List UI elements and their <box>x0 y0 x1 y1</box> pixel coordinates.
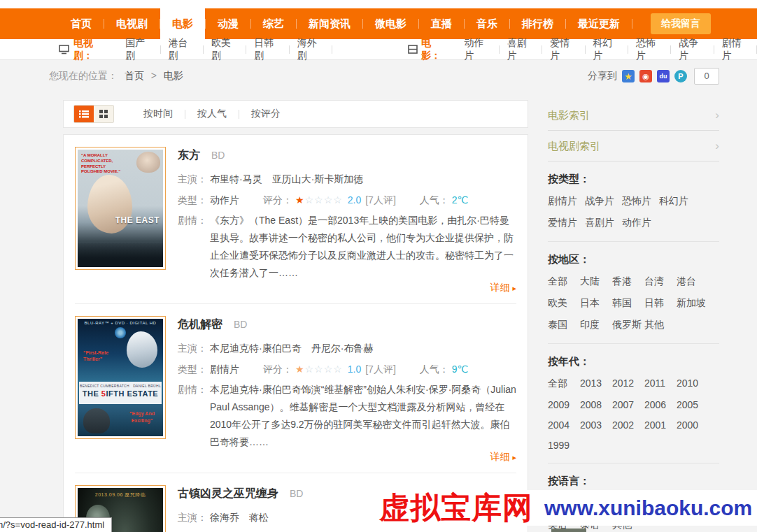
poster-tagline: “First-Rate Thriller” <box>83 350 120 363</box>
sidebar-filter-link[interactable]: 俄罗斯 <box>612 319 644 331</box>
detail-link[interactable]: 详细 ▸ <box>490 282 516 294</box>
sidebar-filter-link[interactable]: 日本 <box>580 297 612 310</box>
breadcrumb-separator: > <box>151 70 157 81</box>
arrow-right-icon: ▸ <box>512 453 516 461</box>
sort-toolbar: 按时间 按人气 按评分 <box>63 100 528 128</box>
cast-value: 布里特·马灵 亚历山大·斯卡斯加德 <box>210 168 363 189</box>
sidebar-filter-link[interactable]: 2004 <box>548 419 580 431</box>
nav-item-anime[interactable]: 动漫 <box>206 8 250 39</box>
sidebar-filter-link[interactable]: 2001 <box>644 419 677 431</box>
plot-label: 剧情： <box>178 381 207 451</box>
sort-by-rating[interactable]: 按评分 <box>251 108 281 120</box>
sidebar-filter-link[interactable]: 2000 <box>677 419 709 431</box>
breadcrumb-prefix: 您现在的位置： <box>49 70 118 81</box>
popularity-value: 9℃ <box>452 359 469 380</box>
movie-info: 危机解密 BD 主演： 本尼迪克特·康伯巴奇 丹尼尔·布鲁赫 类型： 剧情片 <box>178 316 516 463</box>
list-view-icon[interactable] <box>74 106 94 122</box>
subnav-movie-romance[interactable]: 爱情片 <box>550 37 576 62</box>
movie-title-link[interactable]: 古镇凶灵之巫咒缠身 <box>178 487 278 499</box>
sidebar-filter-link[interactable]: 剧情片 <box>548 195 577 208</box>
sina-weibo-icon[interactable]: ◉ <box>639 70 652 82</box>
sidebar-filter-link[interactable]: 全部 <box>548 378 580 390</box>
movie-poster[interactable]: BLU-RAY™ + DVD · DIGITAL HD “First-Rate … <box>75 316 166 439</box>
subnav-movie-scifi[interactable]: 科幻片 <box>593 37 620 62</box>
subnav-tv-jp-kr[interactable]: 日韩剧 <box>254 37 281 62</box>
detail-link[interactable]: 详细 ▸ <box>490 451 516 463</box>
sidebar-filter-link[interactable]: 大陆 <box>580 275 612 288</box>
sidebar-item-movie-index[interactable]: 电影索引 › <box>548 100 719 131</box>
sidebar-filter-link[interactable]: 动作片 <box>622 217 651 229</box>
sort-by-time[interactable]: 按时间 <box>143 108 173 120</box>
sidebar-filter-link[interactable]: 1999 <box>548 440 580 451</box>
sidebar-filter-link[interactable]: 2011 <box>644 378 677 390</box>
subnav-movie-action[interactable]: 动作片 <box>464 37 490 62</box>
subnav-tv-hk-tw[interactable]: 港台剧 <box>169 37 195 62</box>
pengyou-icon[interactable]: P <box>674 70 687 82</box>
sidebar-filter-link[interactable]: 科幻片 <box>659 195 688 208</box>
nav-item-recent-update[interactable]: 最近更新 <box>566 8 632 39</box>
sidebar-filter-link[interactable]: 印度 <box>580 319 612 331</box>
grid-view-icon[interactable] <box>94 106 113 122</box>
nav-item-news[interactable]: 新闻资讯 <box>297 8 362 39</box>
sidebar-filter-link[interactable]: 2010 <box>677 378 709 390</box>
sidebar-filter-link[interactable]: 2012 <box>612 378 644 390</box>
sidebar-item-tv-index[interactable]: 电视剧索引 › <box>548 131 719 161</box>
sidebar-filter-link[interactable]: 2007 <box>612 399 644 410</box>
plot-label: 剧情： <box>178 212 207 282</box>
movie-item: “A MORALLY COMPLICATED, PERFECTLY POLISH… <box>75 135 516 304</box>
subnav-tv-domestic[interactable]: 国产剧 <box>125 37 152 62</box>
breadcrumb-home-link[interactable]: 首页 <box>125 70 144 81</box>
nav-item-ranking[interactable]: 排行榜 <box>510 8 565 39</box>
nav-item-micro-movie[interactable]: 微电影 <box>363 8 418 39</box>
status-url: n/?s=vod-read-id-277.html <box>0 519 104 530</box>
nav-item-live[interactable]: 直播 <box>419 8 464 39</box>
sidebar-filter-link[interactable]: 新加坡 <box>677 297 709 310</box>
sidebar-filter-link[interactable]: 2008 <box>580 399 612 410</box>
type-label: 类型： <box>178 189 207 210</box>
sidebar-filter-link[interactable]: 喜剧片 <box>585 217 614 229</box>
sidebar-filter-link[interactable]: 全部 <box>548 275 580 288</box>
nav-item-movies[interactable]: 电影 <box>160 8 205 39</box>
sidebar-filter-link[interactable]: 2005 <box>677 399 709 410</box>
baidu-icon[interactable]: du <box>657 70 670 82</box>
movie-title-link[interactable]: 东方 <box>178 149 200 161</box>
sidebar-filter-link[interactable]: 战争片 <box>585 195 614 208</box>
sidebar-filter-link[interactable]: 爱情片 <box>548 217 577 229</box>
share-bar: 分享到 ★ ◉ du P 0 <box>588 68 719 85</box>
watermark-chinese: 虚拟宝库网 <box>379 488 533 529</box>
sidebar-filter-link[interactable]: 2002 <box>612 419 644 431</box>
sidebar: 电影索引 › 电视剧索引 › 按类型： 剧情片 战争片 恐怖片 科幻片 爱情片 <box>548 100 719 531</box>
nav-item-music[interactable]: 音乐 <box>465 8 509 39</box>
sidebar-filter-link[interactable]: 台湾 <box>644 275 677 288</box>
movie-title-link[interactable]: 危机解密 <box>178 318 222 330</box>
sort-by-popularity[interactable]: 按人气 <box>197 108 227 120</box>
sidebar-filter-link[interactable]: 日韩 <box>644 297 677 310</box>
sidebar-filter-link[interactable]: 香港 <box>612 275 644 288</box>
subnav-tv-overseas[interactable]: 海外剧 <box>297 37 324 62</box>
clipped-section <box>551 529 586 532</box>
sidebar-filter-link[interactable]: 其他 <box>644 319 677 331</box>
subnav-movie-horror[interactable]: 恐怖片 <box>636 37 663 62</box>
sidebar-filter-link[interactable]: 港台 <box>677 275 709 288</box>
breadcrumb-current[interactable]: 电影 <box>164 70 183 81</box>
poster-date-text: 2013.09.06 巫咒降临 <box>78 491 163 498</box>
subnav-movie-war[interactable]: 战争片 <box>679 37 705 62</box>
subnav-movie-drama[interactable]: 剧情片 <box>722 37 749 62</box>
nav-item-variety[interactable]: 综艺 <box>251 8 296 39</box>
sidebar-filter-link[interactable]: 2006 <box>644 399 677 410</box>
sidebar-filter-link[interactable]: 2013 <box>580 378 612 390</box>
subnav-movie-comedy[interactable]: 喜剧片 <box>507 37 534 62</box>
sidebar-filter-link[interactable]: 韩国 <box>612 297 644 310</box>
message-button[interactable]: 给我留言 <box>651 13 711 34</box>
sidebar-filter-link[interactable]: 泰国 <box>548 319 580 331</box>
nav-item-home[interactable]: 首页 <box>59 8 104 39</box>
sidebar-filter-link[interactable]: 2003 <box>580 419 612 431</box>
movie-poster[interactable]: “A MORALLY COMPLICATED, PERFECTLY POLISH… <box>75 147 166 270</box>
nav-item-tv-series[interactable]: 电视剧 <box>104 8 160 39</box>
sidebar-filter-link[interactable]: 2009 <box>548 399 580 410</box>
sidebar-filter-link[interactable]: 欧美 <box>548 297 580 310</box>
rating-label: 评分： <box>263 359 292 380</box>
sidebar-filter-link[interactable]: 恐怖片 <box>622 195 651 208</box>
subnav-tv-western[interactable]: 欧美剧 <box>211 37 238 62</box>
qzone-icon[interactable]: ★ <box>622 70 635 82</box>
